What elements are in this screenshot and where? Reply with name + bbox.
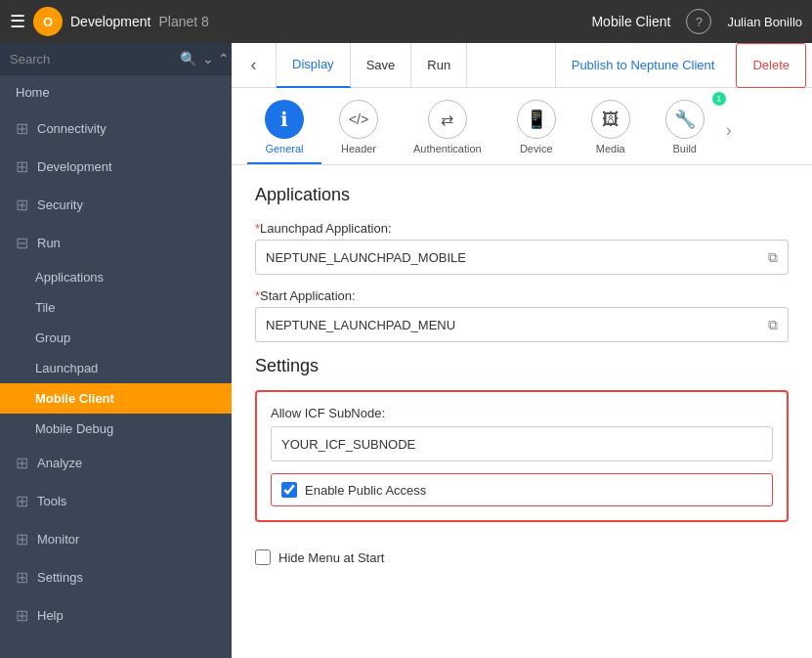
media-label: Media [596,143,625,154]
topbar-help-button[interactable]: ? [686,9,711,34]
plus-icon: ⊞ [16,568,29,587]
launchpad-app-input[interactable] [266,250,768,265]
hide-menu-row: Hide Menu at Start [255,549,789,565]
analyze-label: Analyze [37,456,82,470]
tab-header[interactable]: </> Header [321,96,396,164]
plus-icon: ⊞ [16,196,29,214]
sidebar-item-mobile-debug[interactable]: Mobile Debug [0,414,232,444]
authentication-icon: ⇄ [428,100,467,139]
content-area: ‹ Display Save Run Publish to Neptune Cl… [232,43,812,658]
minus-icon: ⊟ [16,234,29,252]
group-label: Group [35,330,70,345]
start-copy-icon[interactable]: ⧉ [768,317,778,333]
search-input[interactable] [10,52,174,66]
back-button[interactable]: ‹ [232,43,277,88]
publish-button[interactable]: Publish to Neptune Client [555,43,731,88]
icf-input[interactable] [281,437,762,452]
start-app-field: ⧉ [255,307,789,342]
enable-public-label[interactable]: Enable Public Access [305,483,426,498]
general-label: General [265,143,303,154]
header-label: Header [341,143,376,154]
icf-input-wrapper [271,426,773,461]
settings-section-title: Settings [255,356,789,376]
sidebar-item-settings[interactable]: ⊞ Settings [0,558,232,596]
collapse-arrow[interactable]: ⌄ [202,51,214,66]
development-label: Development [37,159,112,174]
topbar-logo: O [33,7,63,36]
tab-general[interactable]: ℹ General [247,96,321,164]
display-button[interactable]: Display [277,43,351,88]
monitor-label: Monitor [37,532,79,547]
tab-device[interactable]: 📱 Device [499,96,574,164]
topbar-right: Mobile Client ? Julian Bonillo [591,9,802,34]
icon-tabs: ℹ General </> Header ⇄ Authentication 📱 … [232,88,812,165]
sidebar-item-help[interactable]: ⊞ Help [0,596,232,635]
connectivity-label: Connectivity [37,121,107,136]
sidebar-item-connectivity[interactable]: ⊞ Connectivity [0,110,232,148]
security-label: Security [37,197,83,212]
tabs-next-arrow[interactable]: › [726,120,732,141]
device-icon: 📱 [517,100,556,139]
plus-icon: ⊞ [16,454,29,472]
applications-label: Applications [35,270,104,285]
tab-media[interactable]: 🖼 Media [574,96,648,164]
help-label: Help [37,608,64,623]
hamburger-menu[interactable]: ☰ [10,11,25,32]
enable-public-checkbox[interactable] [281,482,297,498]
plus-icon: ⊞ [16,606,29,625]
run-label: Run [37,236,61,250]
save-button[interactable]: Save [351,43,412,88]
build-icon: 🔧 [665,100,705,139]
sidebar-item-development[interactable]: ⊞ Development [0,148,232,186]
topbar-dev-label: Development [70,14,151,29]
icf-label: Allow ICF SubNode: [271,406,773,420]
mobile-debug-label: Mobile Debug [35,421,113,436]
toolbar: ‹ Display Save Run Publish to Neptune Cl… [232,43,812,88]
expand-arrow[interactable]: ⌃ [218,51,230,66]
icf-box: Allow ICF SubNode: Enable Public Access [255,390,789,522]
start-app-input[interactable] [266,318,768,332]
tab-build[interactable]: 🔧 1 Build [648,96,722,164]
authentication-label: Authentication [413,143,482,154]
sidebar-item-monitor[interactable]: ⊞ Monitor [0,520,232,558]
general-icon: ℹ [265,100,304,139]
launchpad-app-field: ⧉ [255,240,789,275]
sidebar-item-run[interactable]: ⊟ Run [0,224,232,262]
run-button[interactable]: Run [411,43,467,88]
sidebar: 🔍 ⌄ ⌃ Home ⊞ Connectivity ⊞ Development … [0,43,232,658]
launchpad-copy-icon[interactable]: ⧉ [768,249,778,266]
settings-label: Settings [37,570,83,585]
plus-icon: ⊞ [16,492,29,510]
applications-section-title: Applications [255,185,789,205]
topbar-planet-label: Planet 8 [159,14,209,29]
sidebar-item-launchpad[interactable]: Launchpad [0,353,232,383]
enable-public-row: Enable Public Access [271,473,773,506]
build-badge: 1 [712,92,726,106]
hide-menu-checkbox[interactable] [255,549,271,565]
hide-menu-label[interactable]: Hide Menu at Start [278,550,384,565]
build-label: Build [672,143,696,154]
search-icon[interactable]: 🔍 [180,51,196,66]
device-label: Device [520,143,553,154]
sidebar-item-applications[interactable]: Applications [0,262,232,292]
sidebar-item-mobile-client[interactable]: Mobile Client [0,383,232,414]
home-label: Home [16,85,50,100]
header-icon: </> [339,100,378,139]
plus-icon: ⊞ [16,157,29,176]
sidebar-item-tile[interactable]: Tile [0,292,232,323]
main-layout: 🔍 ⌄ ⌃ Home ⊞ Connectivity ⊞ Development … [0,43,812,658]
tab-authentication[interactable]: ⇄ Authentication [396,96,499,164]
sidebar-item-home[interactable]: Home [0,75,232,110]
tools-label: Tools [37,494,66,508]
sidebar-item-security[interactable]: ⊞ Security [0,186,232,224]
page-content: Applications *Launchpad Application: ⧉ *… [232,165,812,658]
topbar-mobile-client: Mobile Client [591,14,670,29]
delete-button[interactable]: Delete [736,43,806,88]
topbar: ☰ O Development Planet 8 Mobile Client ?… [0,0,812,43]
sidebar-item-group[interactable]: Group [0,323,232,353]
sidebar-arrows: ⌄ ⌃ [202,51,230,66]
topbar-user[interactable]: Julian Bonillo [727,15,802,29]
start-app-label: *Start Application: [255,288,789,303]
sidebar-item-tools[interactable]: ⊞ Tools [0,482,232,520]
sidebar-item-analyze[interactable]: ⊞ Analyze [0,444,232,482]
